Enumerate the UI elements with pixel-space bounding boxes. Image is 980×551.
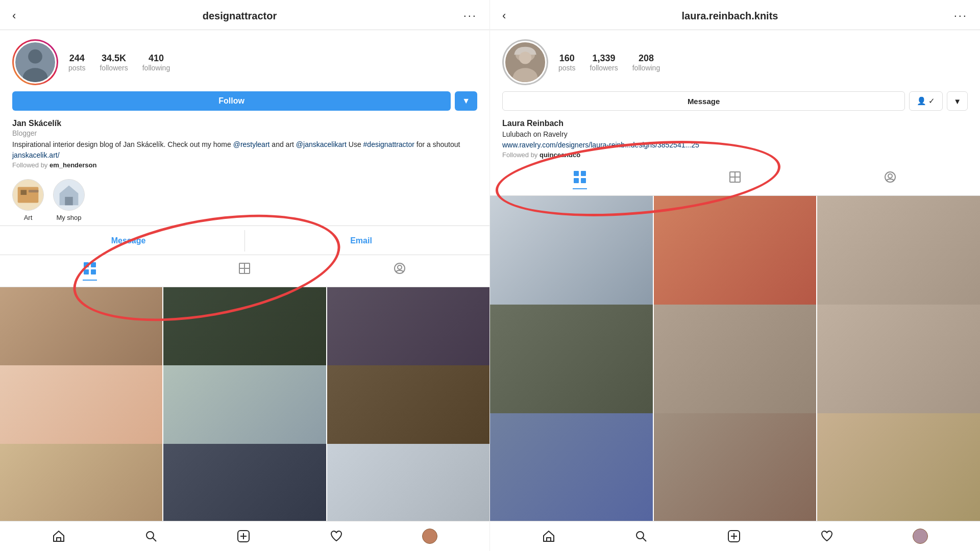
left-photo-grid [0,287,489,521]
left-tagged-tab[interactable] [393,261,407,281]
right-list-tab[interactable] [728,170,742,189]
right-grid-cell-7[interactable]: Pattern Giveaway [490,413,653,521]
left-more-button[interactable]: ··· [463,9,477,22]
left-email-button[interactable]: Email [244,230,477,252]
grid-cell-7[interactable] [0,444,162,521]
right-bio-link[interactable]: www.ravelry.com/designers/laura-reinb...… [502,141,968,149]
follow-dropdown-button[interactable]: ▼ [455,91,477,111]
right-grid-cell-9[interactable] [817,413,980,521]
right-nav-search[interactable] [634,530,648,543]
grid-cell-8[interactable] [163,444,326,521]
left-avatar[interactable] [14,41,57,84]
hashtag[interactable]: #designattractor [363,140,414,148]
left-followed-user[interactable]: em_henderson [50,161,96,169]
right-avatar[interactable] [504,41,547,84]
right-message-row: Message 👤 ✓ ▼ [490,91,980,117]
left-tab-icons [0,255,489,287]
right-bio-subtitle: Lulubach on Ravelry [502,129,968,140]
left-header: ‹ designattractor ··· [0,0,489,30]
left-back-button[interactable]: ‹ [12,9,16,22]
right-dropdown-button[interactable]: ▼ [947,91,968,111]
svg-line-40 [643,538,646,541]
left-nav-profile[interactable] [422,529,437,544]
svg-point-18 [398,265,402,269]
left-bottom-nav [0,521,489,551]
right-tab-icons [490,164,980,196]
svg-rect-19 [57,538,61,541]
left-posts-label: posts [68,64,85,72]
person-icon: 👤 [917,96,926,106]
right-followers-label: followers [590,64,618,72]
left-stats-row: 244 posts 34.5K followers 410 following [68,53,477,72]
left-following-count: 410 [149,53,164,64]
left-highlights: Art My shop [0,174,489,226]
right-avatar-wrap [502,39,548,85]
right-tagged-tab[interactable] [883,170,897,189]
left-nav-add[interactable] [237,530,250,543]
highlight-art[interactable]: Art [12,179,44,221]
follow-button[interactable]: Follow [12,91,451,111]
right-grid-cell-8[interactable] [654,413,817,521]
left-action-buttons: Message Email [0,226,489,255]
right-nav-heart[interactable] [820,530,834,543]
svg-rect-30 [581,171,586,176]
svg-point-20 [146,532,154,539]
right-more-button[interactable]: ··· [954,9,968,22]
right-header: ‹ laura.reinbach.knits ··· [490,0,980,30]
right-followed-user[interactable]: quinceandco [540,151,580,159]
right-bio: Laura Reinbach Lulubach on Ravelry www.r… [490,117,980,164]
svg-rect-38 [547,538,551,541]
svg-rect-32 [581,178,586,183]
left-list-tab[interactable] [237,261,252,281]
highlight-myshop[interactable]: My shop [53,179,85,221]
right-photo-grid: Birthday Sale Pattern Giveaway [490,196,980,521]
right-bio-name: Laura Reinbach [502,119,968,128]
right-grid-tab[interactable] [573,170,587,189]
left-username: designattractor [203,10,277,22]
right-stats-row: 160 posts 1,339 followers 208 following [558,53,968,72]
svg-point-27 [519,52,531,64]
left-grid-tab[interactable] [83,261,97,281]
svg-rect-12 [84,269,89,274]
highlight-art-label: Art [24,214,33,221]
left-bio-name: Jan Skácelík [12,119,477,128]
left-bio-link[interactable]: janskacelik.art/ [12,151,477,159]
right-message-button[interactable]: Message [502,91,905,111]
restyleart-link[interactable]: @restyleart [233,140,270,148]
left-bio-title: Blogger [12,129,477,137]
right-back-button[interactable]: ‹ [502,9,506,22]
left-nav-avatar [422,529,437,544]
left-message-button[interactable]: Message [12,230,244,252]
right-following-label: following [632,64,660,72]
left-followed-by: Followed by em_henderson [12,161,477,169]
left-nav-search[interactable] [144,530,158,543]
grid-cell-9[interactable] [327,444,489,521]
left-nav-heart[interactable] [330,530,343,543]
left-followers-count: 34.5K [102,53,126,64]
right-nav-home[interactable] [542,530,555,543]
left-following-stat: 410 following [142,53,170,72]
svg-rect-6 [29,190,38,192]
svg-point-39 [636,532,644,539]
svg-line-21 [153,538,156,541]
right-followers-stat: 1,339 followers [590,53,618,72]
right-posts-count: 160 [559,53,575,64]
janskacelikart-link[interactable]: @janskacelikart [296,140,347,148]
right-nav-profile[interactable] [913,529,928,544]
right-following-count: 208 [639,53,654,64]
left-followers-stat: 34.5K followers [100,53,128,72]
right-nav-avatar [913,529,928,544]
highlight-art-circle [12,179,44,211]
right-profile-info: 160 posts 1,339 followers 208 following [490,30,980,91]
right-nav-add[interactable] [727,530,741,543]
right-followed-by: Followed by quinceandco [502,151,968,159]
left-avatar-wrap [12,39,58,85]
checkmark-icon: ✓ [928,96,935,106]
right-posts-stat: 160 posts [558,53,575,72]
left-posts-stat: 244 posts [68,53,85,72]
left-bio: Jan Skácelík Blogger Inspirational inter… [0,117,489,174]
left-nav-home[interactable] [52,530,65,543]
right-check-button[interactable]: 👤 ✓ [909,91,943,111]
svg-point-1 [28,49,42,64]
left-bio-description: Inspirational interior design blog of Ja… [12,139,477,150]
